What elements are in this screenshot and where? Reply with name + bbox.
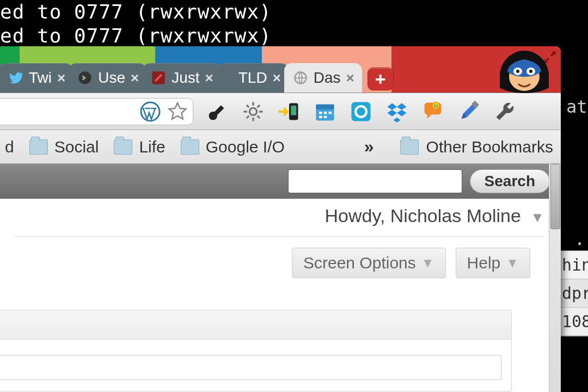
folder-icon bbox=[29, 139, 48, 155]
screen-options-button[interactable]: Screen Options▼ bbox=[292, 248, 446, 278]
greeting-text: Howdy, Nicholas Moline bbox=[325, 205, 521, 226]
close-icon[interactable]: × bbox=[131, 70, 139, 87]
wp-admin-bar: Search bbox=[0, 164, 561, 199]
page-options: Screen Options▼ Help▼ bbox=[0, 237, 561, 291]
svg-rect-18 bbox=[329, 112, 332, 114]
text-input[interactable] bbox=[0, 355, 501, 380]
widget-header[interactable] bbox=[0, 310, 511, 340]
close-icon[interactable]: × bbox=[57, 70, 65, 87]
svg-rect-17 bbox=[324, 112, 327, 114]
svg-point-2 bbox=[516, 70, 519, 73]
browser-toolbar: N bbox=[0, 93, 561, 130]
terminal-fragment: . bbox=[574, 229, 585, 249]
search-button[interactable]: Search bbox=[470, 169, 550, 193]
tab[interactable]: Just × bbox=[142, 63, 221, 93]
globe-icon bbox=[293, 70, 308, 85]
new-tab-button[interactable]: + bbox=[367, 68, 394, 90]
svg-rect-20 bbox=[324, 115, 327, 118]
bookmarks-bar: d Social Life Google I/O » Other Bookmar… bbox=[0, 130, 561, 164]
svg-rect-19 bbox=[319, 115, 322, 118]
tab-label: Das bbox=[314, 69, 341, 87]
tab-active[interactable]: Das × bbox=[284, 63, 362, 93]
svg-text:N: N bbox=[434, 103, 438, 109]
terminal-fragment: at bbox=[566, 96, 587, 117]
app-icon bbox=[151, 70, 166, 85]
browser-window: × Twi × Use × Just × TLD × bbox=[0, 46, 561, 392]
bookmarks-overflow-icon[interactable]: » bbox=[364, 137, 374, 157]
bookmark-folder[interactable]: Social bbox=[29, 138, 99, 156]
edit-icon[interactable] bbox=[457, 100, 481, 124]
close-icon[interactable]: × bbox=[346, 70, 354, 87]
tab[interactable]: TLD × bbox=[217, 63, 289, 93]
list-item[interactable]: dpre bbox=[560, 279, 588, 308]
close-icon[interactable]: × bbox=[273, 70, 281, 87]
tab-twitter[interactable]: Twi × bbox=[0, 63, 73, 93]
tab[interactable]: Use × bbox=[69, 63, 146, 93]
svg-rect-16 bbox=[319, 112, 322, 114]
mascot-avatar-icon[interactable] bbox=[500, 46, 549, 93]
calendar-icon[interactable] bbox=[313, 100, 337, 124]
bookmark-label: Social bbox=[54, 138, 99, 156]
address-bar[interactable] bbox=[0, 98, 193, 125]
folder-icon bbox=[114, 139, 132, 155]
search-input[interactable] bbox=[288, 169, 462, 193]
tab-label: TLD bbox=[238, 69, 267, 87]
svg-rect-15 bbox=[316, 104, 334, 109]
chevron-down-icon: ▼ bbox=[506, 255, 519, 271]
svg-point-4 bbox=[529, 70, 532, 73]
bookmark-label: Other Bookmarks bbox=[426, 138, 553, 156]
bookmark-label: Google I/O bbox=[206, 138, 285, 156]
bookmark-folder[interactable]: Google I/O bbox=[181, 138, 285, 156]
scrollbar-thumb[interactable] bbox=[550, 164, 560, 229]
svg-point-11 bbox=[249, 108, 256, 115]
svg-rect-10 bbox=[213, 105, 224, 115]
circle-target-icon[interactable] bbox=[349, 100, 373, 124]
tabs: × Twi × Use × Just × TLD × bbox=[0, 62, 394, 93]
extension-icons: N bbox=[205, 100, 517, 124]
file-listing-window: hinx dpre 108 bbox=[559, 250, 588, 336]
bookmark-folder[interactable]: Life bbox=[114, 138, 165, 156]
user-greeting[interactable]: Howdy, Nicholas Moline ▼ bbox=[0, 199, 561, 236]
dropbox-icon[interactable] bbox=[385, 100, 409, 124]
bookmark-label: Life bbox=[139, 138, 165, 156]
folder-icon bbox=[181, 139, 199, 155]
terminal-line: ed to 0777 (rwxrwxrwx) bbox=[0, 24, 588, 48]
star-icon[interactable] bbox=[167, 101, 188, 122]
gear-icon[interactable] bbox=[241, 100, 265, 124]
other-bookmarks[interactable]: Other Bookmarks bbox=[400, 138, 553, 156]
shell-icon bbox=[77, 70, 93, 85]
wrench-icon[interactable] bbox=[493, 100, 517, 124]
svg-rect-21 bbox=[351, 102, 370, 121]
chat-icon[interactable]: N bbox=[421, 100, 445, 124]
tab-label: Twi bbox=[29, 69, 52, 87]
chevron-down-icon: ▼ bbox=[530, 209, 544, 225]
bookmark-fragment[interactable]: d bbox=[5, 138, 14, 156]
svg-rect-13 bbox=[291, 106, 296, 115]
list-item[interactable]: hinx bbox=[560, 251, 588, 279]
chevron-down-icon: ▼ bbox=[421, 255, 434, 271]
tab-label: Just bbox=[171, 69, 199, 87]
list-item[interactable]: 108 bbox=[560, 308, 588, 336]
tab-strip: × Twi × Use × Just × TLD × bbox=[0, 46, 561, 93]
page-content: Search Howdy, Nicholas Moline ▼ Screen O… bbox=[0, 164, 561, 392]
wordpress-icon[interactable] bbox=[139, 101, 161, 122]
terminal-line: ed to 0777 (rwxrwxrwx) bbox=[0, 0, 588, 24]
dashboard-widget bbox=[0, 310, 512, 391]
twitter-icon bbox=[8, 70, 23, 85]
key-icon[interactable] bbox=[205, 100, 229, 124]
close-icon[interactable]: × bbox=[205, 70, 213, 87]
mobile-send-icon[interactable] bbox=[277, 100, 301, 124]
scrollbar[interactable] bbox=[549, 164, 561, 392]
tab-label: Use bbox=[98, 69, 125, 87]
folder-icon bbox=[400, 139, 419, 155]
help-button[interactable]: Help▼ bbox=[456, 248, 530, 278]
